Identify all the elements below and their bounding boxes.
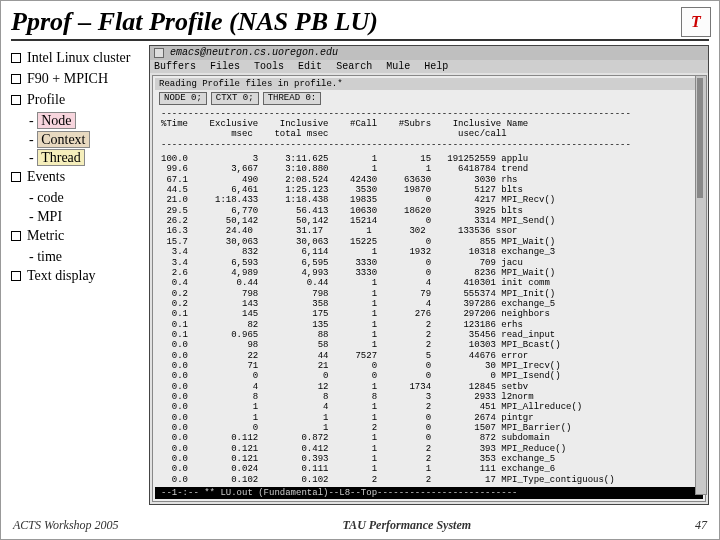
menu-files[interactable]: Files	[210, 61, 240, 72]
tau-logo: T	[681, 7, 711, 37]
footer-left: ACTS Workshop 2005	[13, 518, 119, 533]
terminal-window[interactable]: emacs@neutron.cs.uoregon.edu Buffers Fil…	[149, 45, 709, 505]
scrollbar[interactable]	[695, 75, 707, 495]
title-rule	[11, 39, 709, 41]
menu-buffers[interactable]: Buffers	[154, 61, 196, 72]
ctxt-button[interactable]: CTXT 0;	[211, 92, 259, 104]
status-line: Reading Profile files in profile.*	[155, 78, 703, 90]
profile-header: ----------------------------------------…	[155, 107, 703, 152]
bullet-list: Intel Linux cluster F90 + MPICH Profile …	[11, 45, 143, 288]
menu-help[interactable]: Help	[424, 61, 448, 72]
scrollbar-thumb[interactable]	[697, 78, 703, 198]
node-button[interactable]: NODE 0;	[159, 92, 207, 104]
footer-right: 47	[695, 518, 707, 533]
window-menu-icon[interactable]	[154, 48, 164, 58]
profile-rows: 100.0 3 3:11.625 1 15 191252559 applu 99…	[155, 152, 703, 487]
menu-mule[interactable]: Mule	[386, 61, 410, 72]
terminal-titlebar[interactable]: emacs@neutron.cs.uoregon.edu	[150, 46, 708, 60]
footer-center: TAU Performance System	[342, 518, 471, 533]
menu-tools[interactable]: Tools	[254, 61, 284, 72]
thread-button[interactable]: THREAD 0:	[263, 92, 322, 104]
menubar[interactable]: Buffers Files Tools Edit Search Mule Hel…	[150, 60, 708, 74]
emacs-modeline: --1-:-- ** LU.out (Fundamental)--L8--Top…	[155, 487, 703, 499]
menu-search[interactable]: Search	[336, 61, 372, 72]
slide-title: Pprof – Flat Profile (NAS PB LU)	[11, 7, 675, 37]
menu-edit[interactable]: Edit	[298, 61, 322, 72]
